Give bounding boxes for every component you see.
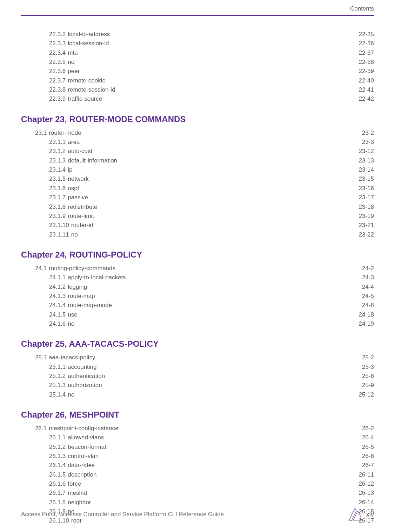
toc-entry[interactable]: 23.1.4ip23-14	[21, 165, 374, 174]
header-divider	[21, 15, 374, 16]
toc-entry-number: 24.1	[35, 264, 47, 273]
toc-entry[interactable]: 23.1.8redistribute23-18	[21, 202, 374, 212]
toc-entry-number: 23.1.4	[49, 165, 66, 174]
toc-entry-title: aaa-tacacs-policy	[47, 353, 95, 362]
toc-entry-number: 25.1.1	[49, 363, 66, 372]
toc-entry-page: 26-13	[359, 488, 374, 498]
toc-entry[interactable]: 22.3.2local-ip-address22-35	[21, 30, 374, 39]
toc-entry[interactable]: 24.1routing-policy-commands24-2	[21, 264, 374, 273]
toc-entry-page: 25-12	[359, 390, 374, 399]
toc-entry-title: network	[66, 174, 89, 184]
toc-entry-number: 25.1.3	[49, 381, 66, 390]
toc-entry-page: 26-6	[362, 452, 374, 461]
toc-entry-number: 24.1.4	[49, 301, 66, 310]
toc-entry-page: 23-3	[362, 138, 374, 147]
toc-entry[interactable]: 24.1.2logging24-4	[21, 282, 374, 292]
chapter-heading[interactable]: Chapter 26, MESHPOINT	[21, 410, 374, 420]
toc-entry-page: 24-8	[362, 301, 374, 310]
toc-entry[interactable]: 22.3.7remote-cookie22-40	[21, 76, 374, 85]
toc-entry-page: 23-15	[359, 174, 374, 184]
toc-entry-number: 22.3.2	[49, 30, 66, 39]
toc-entry[interactable]: 23.1.2auto-cost23-12	[21, 147, 374, 156]
toc-entry-title: accounting	[66, 363, 96, 372]
toc-entry-page: 22-41	[359, 85, 374, 94]
toc-entry[interactable]: 25.1aaa-tacacs-policy25-2	[21, 353, 374, 362]
toc-entry[interactable]: 26.1.2beacon-format26-5	[21, 443, 374, 452]
toc-entry-number: 22.3.8	[49, 85, 66, 94]
toc-entry[interactable]: 25.1.2authentication25-6	[21, 372, 374, 381]
toc-entry-page: 25-6	[362, 372, 374, 381]
toc-entry[interactable]: 23.1.11no23-22	[21, 230, 374, 239]
toc-entry-title: neighbor	[66, 498, 91, 507]
toc-entry[interactable]: 23.1.9route-limit23-19	[21, 212, 374, 221]
toc-entry-page: 23-19	[359, 212, 374, 221]
toc-entry-page: 23-17	[359, 193, 374, 202]
toc-entry[interactable]: 23.1.10router-id23-21	[21, 221, 374, 230]
toc-entry-title: data-rates	[66, 461, 95, 470]
toc-entry-number: 23.1.8	[49, 202, 66, 212]
toc-entry[interactable]: 22.3.4mtu22-37	[21, 48, 374, 58]
toc-entry[interactable]: 22.3.8remote-session-id22-41	[21, 85, 374, 94]
toc-entry-title: no	[66, 58, 74, 67]
toc-entry[interactable]: 23.1.1area23-3	[21, 138, 374, 147]
toc-entry[interactable]: 22.3.5no22-38	[21, 58, 374, 67]
toc-entry-title: local-session-id	[66, 39, 109, 48]
toc-entry-title: route-map	[66, 292, 95, 301]
toc-entry-title: router-id	[69, 221, 93, 230]
toc-entry-title: authentication	[66, 372, 105, 381]
toc-entry-title: allowed-vlans	[66, 433, 104, 442]
toc-entry-title: mtu	[66, 48, 78, 58]
toc-entry[interactable]: 22.3.3local-session-id22-36	[21, 39, 374, 48]
toc-entry[interactable]: 25.1.3authorization25-9	[21, 381, 374, 390]
toc-entry[interactable]: 25.1.1accounting25-3	[21, 363, 374, 372]
toc-entry[interactable]: 26.1.8neighbor26-14	[21, 498, 374, 507]
toc-entry-number: 22.3.6	[49, 67, 66, 76]
chapter-heading[interactable]: Chapter 23, ROUTER-MODE COMMANDS	[21, 114, 374, 124]
toc-entry-number: 26.1.3	[49, 452, 66, 461]
toc-entry-title: ip	[66, 165, 72, 174]
toc-entry-page: 23-12	[359, 147, 374, 156]
toc-entry-number: 24.1.2	[49, 282, 66, 292]
chapter-heading[interactable]: Chapter 24, ROUTING-POLICY	[21, 250, 374, 260]
toc-entry[interactable]: 26.1.4data-rates26-7	[21, 461, 374, 470]
toc-entry-page: 26-12	[359, 479, 374, 488]
toc-entry[interactable]: 24.1.6no24-19	[21, 319, 374, 328]
toc-entry-number: 26.1.2	[49, 443, 66, 452]
toc-entry-page: 23-14	[359, 165, 374, 174]
toc-entry-page: 22-38	[359, 58, 374, 67]
toc-entry[interactable]: 22.3.9traffic-source22-42	[21, 94, 374, 104]
toc-entry[interactable]: 24.1.5use24-18	[21, 310, 374, 319]
toc-entry[interactable]: 26.1.1allowed-vlans26-4	[21, 433, 374, 442]
toc-entry-number: 23.1.7	[49, 193, 66, 202]
toc-entry-title: no	[66, 319, 74, 328]
toc-entry[interactable]: 23.1.3default-information23-13	[21, 156, 374, 165]
toc-entry[interactable]: 22.3.6peer22-39	[21, 67, 374, 76]
toc-entry[interactable]: 24.1.1apply-to-local-packets24-3	[21, 273, 374, 282]
toc-entry-title: area	[66, 138, 80, 147]
toc-entry[interactable]: 26.1.6force26-12	[21, 479, 374, 488]
toc-entry[interactable]: 26.1meshpoint-config-instance26-2	[21, 424, 374, 433]
toc-entry-number: 23.1.10	[49, 221, 69, 230]
chapter-heading[interactable]: Chapter 25, AAA-TACACS-POLICY	[21, 339, 374, 349]
toc-entry-page: 23-2	[362, 128, 374, 138]
toc-entry-number: 23.1	[35, 128, 47, 138]
toc-entry-page: 26-14	[359, 498, 374, 507]
toc-entry[interactable]: 26.1.5description26-11	[21, 470, 374, 479]
toc-entry-title: remote-cookie	[66, 76, 106, 85]
toc-entry[interactable]: 26.1.7meshid26-13	[21, 488, 374, 498]
toc-entry-number: 25.1	[35, 353, 47, 362]
toc-entry[interactable]: 23.1.5network23-15	[21, 174, 374, 184]
toc-entry[interactable]: 24.1.3route-map24-5	[21, 292, 374, 301]
toc-entry-page: 23-13	[359, 156, 374, 165]
toc-entry-page: 22-36	[359, 39, 374, 48]
toc-entry-page: 23-21	[359, 221, 374, 230]
toc-entry[interactable]: 23.1router-mode23-2	[21, 128, 374, 138]
toc-entry[interactable]: 25.1.4no25-12	[21, 390, 374, 399]
toc-entry[interactable]: 26.1.3control-vlan26-6	[21, 452, 374, 461]
toc-entry-title: description	[66, 470, 96, 479]
toc-entry[interactable]: 23.1.6ospf23-16	[21, 184, 374, 193]
toc-entry-title: local-ip-address	[66, 30, 110, 39]
toc-entry[interactable]: 24.1.4route-map-mode24-8	[21, 301, 374, 310]
toc-entry-number: 22.3.7	[49, 76, 66, 85]
toc-entry[interactable]: 23.1.7passive23-17	[21, 193, 374, 202]
